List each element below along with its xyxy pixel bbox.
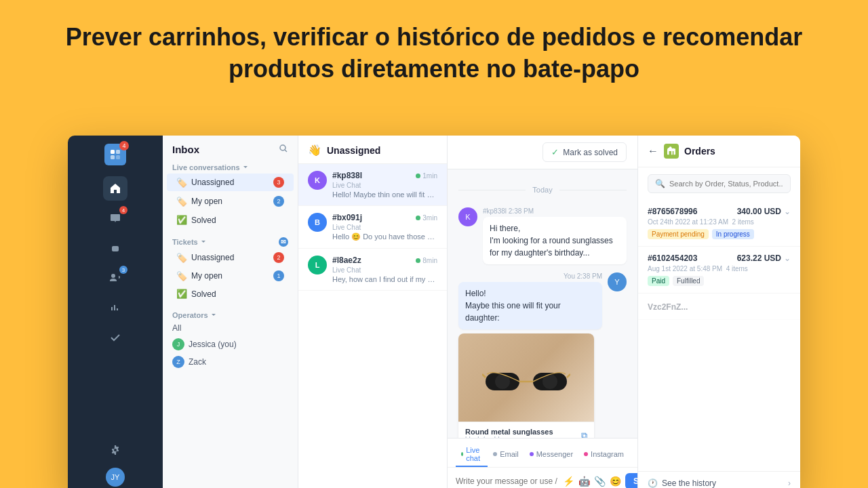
bot-icon[interactable]: 🤖 <box>578 476 590 487</box>
orders-search-icon: 🔍 <box>655 179 665 188</box>
ticket-unassigned[interactable]: 🏷️ Unassigned 2 <box>167 249 294 266</box>
inbox-title: Inbox <box>172 144 199 155</box>
chat-item-preview-2: Hey, how can I find out if my order ship… <box>332 275 437 283</box>
tab-messenger[interactable]: Messenger <box>524 443 578 467</box>
conversations-panel: Inbox Live conversations 🏷️ Unassigned 3… <box>163 136 298 488</box>
main-chat: ✓ Mark as solved Today K #kp838l 2:38 PM… <box>448 136 637 488</box>
operators-section: Operators All J Jessica (you) Z Zack <box>163 308 298 371</box>
chat-item-time-1: 3min <box>416 214 437 222</box>
sidebar-bottom: JY <box>103 438 127 487</box>
order-tag-1-0: Paid <box>648 276 669 286</box>
order-expand-0[interactable]: ⌄ <box>784 207 791 216</box>
order-id-1: #6102454203 <box>648 253 697 263</box>
operators-section-title[interactable]: Operators <box>163 308 298 321</box>
orders-search[interactable]: 🔍 <box>648 174 791 193</box>
product-name: Round metal sunglasses <box>465 428 553 436</box>
chat-item-body-0: #kp838l 1min Live Chat Hello! Maybe thin… <box>332 171 437 199</box>
order-expand-1[interactable]: ⌄ <box>784 253 791 263</box>
ticket-myopen[interactable]: 🏷️ My open 1 <box>167 267 294 285</box>
order-item-1[interactable]: #6102454203 623.22 USD ⌄ Aug 1st 2022 at… <box>638 247 800 293</box>
back-button[interactable]: ← <box>648 145 658 157</box>
conv-item-myopen[interactable]: 🏷️ My open 2 <box>167 192 294 210</box>
order-tag-1-1: Fulfilled <box>673 276 704 286</box>
orders-title: Orders <box>684 146 715 157</box>
channel-tabs: Live chat Email Messenger Instagram <box>448 439 637 468</box>
sidebar-nav: 4 3 <box>68 176 163 438</box>
sidebar-badge: 4 <box>119 141 129 150</box>
see-history-label: See the history <box>662 479 716 488</box>
chat-header: ✓ Mark as solved <box>448 136 637 169</box>
sidebar-item-contacts[interactable]: 3 <box>103 266 127 290</box>
sidebar-item-check[interactable] <box>103 325 127 350</box>
order-item-top-1: #6102454203 623.22 USD ⌄ <box>648 253 791 263</box>
sidebar-item-bot[interactable] <box>103 236 127 260</box>
chat-item-preview-1: Hello 😊 Do you have those great olive... <box>332 232 437 241</box>
unassigned-icon: 👋 <box>308 144 321 157</box>
sidebar-item-home[interactable] <box>103 176 127 201</box>
order-amount-0: 340.00 USD <box>737 207 781 216</box>
operator-jessica[interactable]: J Jessica (you) <box>163 336 298 353</box>
order-item-0[interactable]: #8765678996 340.00 USD ⌄ Oct 24th 2022 a… <box>638 200 800 247</box>
lightning-icon[interactable]: ⚡ <box>563 476 574 487</box>
message-input[interactable] <box>456 476 557 486</box>
orders-search-input[interactable] <box>669 180 783 188</box>
order-date-1: Aug 1st 2022 at 5:48 PM 4 items <box>648 265 791 272</box>
chat-item-2[interactable]: L #l8ae2z 8min Live Chat Hey, how can I … <box>298 249 447 291</box>
unassigned-title: Unassigned <box>327 145 380 156</box>
chat-item-0[interactable]: K #kp838l 1min Live Chat Hello! Maybe th… <box>298 164 447 206</box>
tickets-section-title[interactable]: Tickets ✉ <box>163 235 298 248</box>
order-tag-0-0: Payment pending <box>648 229 709 239</box>
sidebar-settings[interactable] <box>103 438 127 462</box>
search-icon[interactable] <box>279 144 288 155</box>
svg-rect-1 <box>116 150 120 154</box>
msg-avatar-0: K <box>458 207 477 226</box>
live-section-title[interactable]: Live conversations <box>163 161 298 173</box>
see-history[interactable]: 🕐 See the history › <box>638 471 800 488</box>
mark-solved-button[interactable]: ✓ Mark as solved <box>542 142 627 162</box>
orders-header: ← Orders <box>638 136 800 167</box>
message-row-0: K #kp838l 2:38 PM Hi there,I'm looking f… <box>458 207 627 264</box>
orders-shopify-logo <box>664 144 679 159</box>
order-tags-0: Payment pending In progress <box>648 229 791 239</box>
emoji-icon[interactable]: 😊 <box>610 476 621 487</box>
messenger-dot <box>530 452 534 456</box>
jessica-avatar: J <box>172 338 184 350</box>
chat-list-header: 👋 Unassigned <box>298 136 447 164</box>
tab-instagram[interactable]: Instagram <box>578 443 629 467</box>
sidebar-item-reports[interactable] <box>103 296 127 320</box>
zack-avatar: Z <box>172 356 184 368</box>
app-logo[interactable]: 4 <box>104 144 126 165</box>
sidebar-item-inbox[interactable]: 4 <box>103 206 127 230</box>
chat-item-preview-0: Hello! Maybe thin one will fit your dau.… <box>332 190 437 199</box>
tab-livechat[interactable]: Live chat <box>456 443 488 467</box>
operator-zack[interactable]: Z Zack <box>163 353 298 371</box>
product-link-icon[interactable]: ⧉ <box>581 430 587 439</box>
chat-item-body-1: #bx091j 3min Live Chat Hello 😊 Do you ha… <box>332 213 437 241</box>
msg-bubble-0: Hi there,I'm looking for a round sunglas… <box>483 217 627 264</box>
chat-item-source-1: Live Chat <box>332 224 437 231</box>
conversations-header: Inbox <box>163 136 298 161</box>
chat-item-id-0: #kp838l <box>332 171 362 180</box>
operator-all[interactable]: All <box>163 321 298 336</box>
order-id-0: #8765678996 <box>648 207 697 216</box>
svg-rect-3 <box>116 155 120 159</box>
conv-item-unassigned[interactable]: 🏷️ Unassigned 3 <box>167 174 294 191</box>
attachment-icon[interactable]: 📎 <box>594 476 606 487</box>
product-image <box>458 333 594 422</box>
chat-avatar-2: L <box>308 256 327 274</box>
svg-rect-2 <box>111 155 115 159</box>
tab-email[interactable]: Email <box>488 443 524 467</box>
sidebar-avatar[interactable]: JY <box>106 468 125 487</box>
order-tags-1: Paid Fulfilled <box>648 276 791 286</box>
chat-footer: Live chat Email Messenger Instagram <box>448 438 637 488</box>
orders-overlay: ← Orders 🔍 #8765678996 340.00 USD ⌄ <box>638 136 800 488</box>
instagram-dot <box>584 452 588 456</box>
conv-item-solved[interactable]: ✅ Solved <box>167 211 294 228</box>
svg-point-5 <box>113 248 115 249</box>
ticket-solved[interactable]: ✅ Solved <box>167 285 294 302</box>
order-date-0: Oct 24th 2022 at 11:23 AM 2 items <box>648 218 791 226</box>
chat-item-id-1: #bx091j <box>332 213 362 222</box>
msg-bubble-1: Hello!Maybe this one will fit your daugh… <box>458 282 602 329</box>
all-label: All <box>172 323 181 333</box>
chat-item-1[interactable]: B #bx091j 3min Live Chat Hello 😊 Do you … <box>298 206 447 249</box>
